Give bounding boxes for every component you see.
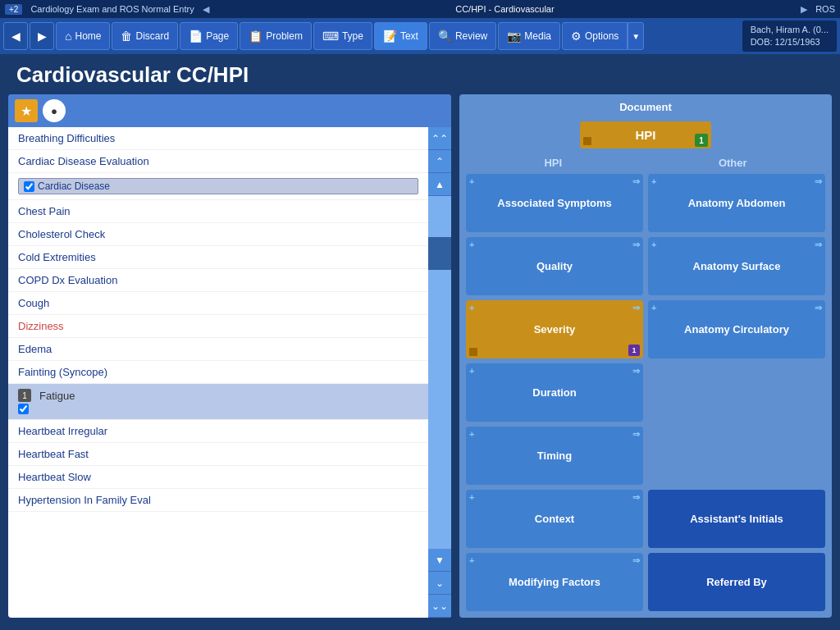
plus-icon: + xyxy=(469,303,474,313)
button-label: Anatomy Surface xyxy=(693,260,781,272)
arrows-icon: ⇒ xyxy=(632,555,640,566)
list-item[interactable]: Cardiac Disease Evaluation xyxy=(8,150,428,173)
list-item-cardiac-disease[interactable]: Cardiac Disease xyxy=(8,173,428,200)
button-label: Quality xyxy=(536,260,573,272)
button-label: Assistant's Initials xyxy=(690,513,783,525)
arrows-icon: ⇒ xyxy=(815,176,822,187)
plus-icon: + xyxy=(651,240,656,249)
severity-sq xyxy=(469,348,477,356)
list-item[interactable]: Breathing Difficulties xyxy=(8,127,428,150)
nav-arrow-right[interactable]: ▶ xyxy=(801,4,807,15)
star-button[interactable]: ★ xyxy=(15,99,38,122)
scroll-track xyxy=(428,196,451,549)
list-item[interactable]: Dizziness xyxy=(8,315,428,338)
scrollbar: ⌃⌃ ⌃ ▲ ▼ ⌄ ⌄⌄ xyxy=(428,127,451,618)
list-item[interactable]: Cough xyxy=(8,292,428,315)
arrows-icon: ⇒ xyxy=(815,240,822,250)
scroll-bottom-button[interactable]: ⌄⌄ xyxy=(428,595,451,618)
button-label: Modifying Factors xyxy=(509,576,600,588)
referred-by-button[interactable]: Referred By xyxy=(648,553,825,611)
media-label: Media xyxy=(524,30,551,42)
fatigue-checkbox[interactable] xyxy=(18,404,29,414)
associated-symptoms-button[interactable]: + ⇒ Associated Symptoms xyxy=(466,174,643,232)
button-label: Duration xyxy=(532,386,576,399)
timing-button[interactable]: + ⇒ Timing xyxy=(466,427,643,485)
list-item[interactable]: Edema xyxy=(8,338,428,361)
type-button[interactable]: ⌨ Type xyxy=(313,22,372,50)
options-button[interactable]: ⚙ Options xyxy=(562,22,628,50)
media-button[interactable]: 📷 Media xyxy=(498,22,560,50)
hpi-box-area: HPI 1 xyxy=(466,121,825,148)
home-button[interactable]: ⌂ Home xyxy=(56,22,110,50)
nav-bar: ◀ ▶ ⌂ Home 🗑 Discard 📄 Page 📋 Problem ⌨ … xyxy=(0,18,840,54)
anatomy-abdomen-button[interactable]: + ⇒ Anatomy Abdomen xyxy=(648,174,825,232)
assistants-initials-button[interactable]: Assistant's Initials xyxy=(648,490,825,548)
forward-button[interactable]: ▶ xyxy=(30,22,54,50)
anatomy-circulatory-button[interactable]: + ⇒ Anatomy Circulatory xyxy=(648,300,825,358)
empty-cell-2 xyxy=(648,427,825,485)
plus-icon: + xyxy=(469,555,474,565)
scroll-top-button[interactable]: ⌃⌃ xyxy=(428,127,451,150)
review-button[interactable]: 🔍 Review xyxy=(429,22,496,50)
hpi-box[interactable]: HPI 1 xyxy=(580,121,711,148)
hpi-box-corner xyxy=(583,137,591,145)
home-label: Home xyxy=(75,30,101,42)
modifying-factors-button[interactable]: + ⇒ Modifying Factors xyxy=(466,553,643,611)
list-container: Breathing Difficulties Cardiac Disease E… xyxy=(8,127,451,618)
anatomy-surface-button[interactable]: + ⇒ Anatomy Surface xyxy=(648,237,825,295)
page-button[interactable]: 📄 Page xyxy=(180,22,238,50)
arrows-icon: ⇒ xyxy=(632,492,640,503)
discard-button[interactable]: 🗑 Discard xyxy=(112,22,178,50)
scroll-down-button[interactable]: ▼ xyxy=(428,549,451,572)
review-icon: 🔍 xyxy=(438,30,452,43)
quality-button[interactable]: + ⇒ Quality xyxy=(466,237,643,295)
list-item[interactable]: Fainting (Syncope) xyxy=(8,361,428,384)
list-item[interactable]: Heartbeat Fast xyxy=(8,443,428,466)
left-panel-header: ★ ● xyxy=(8,94,451,127)
nav-arrow-left[interactable]: ◀ xyxy=(203,4,209,15)
home-icon: ⌂ xyxy=(65,30,71,43)
arrows-icon: ⇒ xyxy=(632,240,640,250)
problem-button[interactable]: 📋 Problem xyxy=(240,22,312,50)
cardiac-disease-checkbox[interactable] xyxy=(24,181,34,192)
right-panel: Document HPI 1 HPI Other + ⇒ Associated … xyxy=(459,94,832,618)
duration-button[interactable]: + ⇒ Duration xyxy=(466,363,643,422)
arrows-icon: ⇒ xyxy=(632,366,640,377)
circle-button[interactable]: ● xyxy=(43,99,66,122)
options-icon: ⚙ xyxy=(571,30,582,43)
severity-button[interactable]: + ⇒ Severity 1 xyxy=(466,300,643,358)
badge: +2 xyxy=(5,4,22,15)
context-button[interactable]: + ⇒ Context xyxy=(466,490,643,548)
top-bar-left: Cardiology Exam and ROS Normal Entry xyxy=(30,4,194,14)
fatigue-badge: 1 xyxy=(18,389,31,402)
cardiac-disease-checkbox-label[interactable]: Cardiac Disease xyxy=(18,178,418,194)
other-col-label: Other xyxy=(719,157,747,169)
list-item[interactable]: Cold Extremities xyxy=(8,246,428,269)
list-item-fatigue[interactable]: 1 Fatigue xyxy=(8,384,428,420)
button-label: Context xyxy=(535,513,574,525)
list-item[interactable]: Heartbeat Irregular xyxy=(8,420,428,443)
review-label: Review xyxy=(455,30,487,42)
plus-icon: + xyxy=(469,429,474,439)
scroll-up-button[interactable]: ▲ xyxy=(428,173,451,196)
options-dropdown-button[interactable]: ▼ xyxy=(628,22,644,50)
fatigue-checkbox-row xyxy=(18,404,418,414)
list-item[interactable]: Chest Pain xyxy=(8,200,428,223)
back-button[interactable]: ◀ xyxy=(3,22,28,50)
text-button[interactable]: 📝 Text xyxy=(374,22,427,50)
list-item[interactable]: Cholesterol Check xyxy=(8,223,428,246)
options-label: Options xyxy=(585,30,619,42)
discard-label: Discard xyxy=(135,30,169,42)
arrows-icon: ⇒ xyxy=(815,303,822,313)
button-label: Severity xyxy=(534,323,576,336)
list-item[interactable]: Hypertension In Family Eval xyxy=(8,489,428,512)
list-item[interactable]: COPD Dx Evaluation xyxy=(8,269,428,292)
text-label: Text xyxy=(400,30,418,42)
scroll-up-fast-button[interactable]: ⌃ xyxy=(428,150,451,173)
list-item[interactable]: Heartbeat Slow xyxy=(8,466,428,489)
plus-icon: + xyxy=(469,176,474,186)
empty-cell-1 xyxy=(648,363,825,422)
left-panel: ★ ● Breathing Difficulties Cardiac Disea… xyxy=(8,94,451,618)
problem-icon: 📋 xyxy=(249,30,262,43)
scroll-down-fast-button[interactable]: ⌄ xyxy=(428,572,451,595)
